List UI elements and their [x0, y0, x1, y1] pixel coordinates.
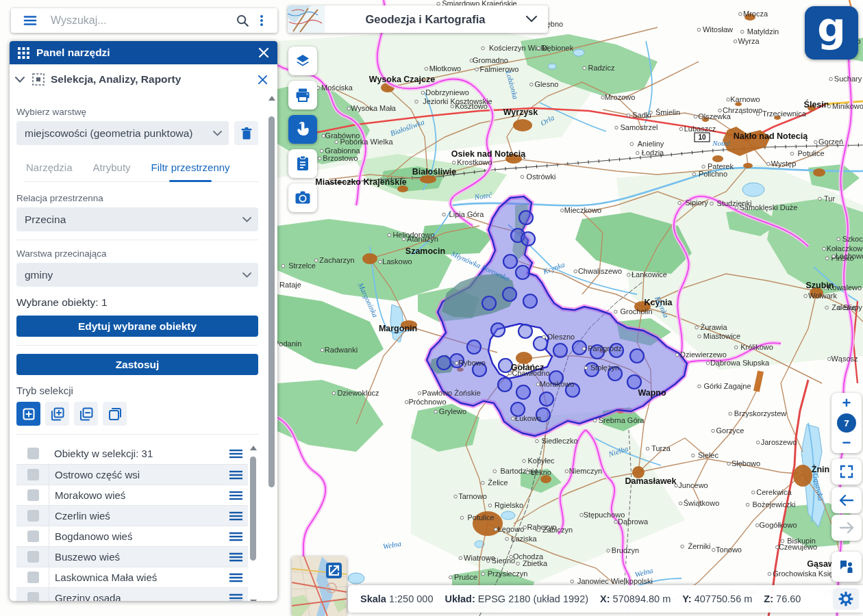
- selection-marker[interactable]: [521, 232, 535, 246]
- select-on-map-button[interactable]: [288, 115, 317, 144]
- list-item-label: Bogdanowo wieś: [55, 530, 229, 542]
- zoom-out-button[interactable]: −: [842, 437, 851, 449]
- row-menu-button[interactable]: [229, 552, 242, 562]
- zoom-in-button[interactable]: +: [842, 397, 851, 409]
- selection-marker[interactable]: [467, 340, 481, 354]
- clipboard-button[interactable]: [288, 149, 317, 178]
- map-label: Żurawia: [700, 323, 727, 331]
- row-menu-button[interactable]: [229, 511, 242, 521]
- intersect-layer-select[interactable]: gminy: [16, 263, 258, 287]
- map-label: Młotkowo: [429, 64, 461, 73]
- list-item[interactable]: Laskownica Mała wieś: [16, 567, 248, 588]
- list-item[interactable]: Buszewo wieś: [16, 547, 248, 567]
- map-label: Występ: [771, 159, 797, 168]
- selection-marker[interactable]: [523, 294, 537, 308]
- layers-icon: [295, 53, 311, 69]
- fullscreen-button[interactable]: [831, 459, 862, 485]
- row-menu-button[interactable]: [229, 470, 242, 480]
- select-add-button[interactable]: [45, 402, 69, 426]
- selection-marker[interactable]: [482, 296, 496, 310]
- select-subtract-button[interactable]: [74, 402, 98, 426]
- relation-select[interactable]: Przecina: [16, 207, 258, 231]
- select-new-button[interactable]: [16, 402, 40, 426]
- list-item[interactable]: Gręziny osada: [16, 588, 248, 601]
- map-label: Rybowo: [458, 359, 486, 367]
- selection-marker[interactable]: [503, 255, 517, 268]
- selection-marker[interactable]: [516, 385, 530, 399]
- map-label: Wąsosz: [831, 355, 858, 363]
- tab-narzedzia[interactable]: Narzędzia: [25, 156, 74, 181]
- edit-selected-button[interactable]: Edytuj wybrane obiekty: [16, 316, 258, 337]
- selection-marker[interactable]: [516, 266, 529, 279]
- selection-marker[interactable]: [627, 375, 641, 389]
- map-label: Wysoka Mała: [351, 104, 397, 112]
- screenshot-button[interactable]: [288, 183, 317, 212]
- selection-marker[interactable]: [518, 324, 532, 338]
- list-item[interactable]: Czerlin wieś: [16, 506, 248, 526]
- list-item[interactable]: Morakowo wieś: [16, 485, 248, 506]
- more-options-button[interactable]: [253, 11, 271, 30]
- map-label: Tur: [824, 194, 835, 203]
- row-checkbox[interactable]: [27, 489, 39, 501]
- menu-button[interactable]: [19, 10, 41, 31]
- map-label: Srebrna Góra: [599, 416, 645, 424]
- map-label: Margonin: [379, 324, 417, 333]
- copy-squares-icon: [108, 407, 122, 421]
- row-checkbox[interactable]: [27, 592, 39, 601]
- minimap[interactable]: [292, 556, 347, 616]
- list-item[interactable]: Ostrowo część wsi: [16, 465, 248, 485]
- cell-divider: [49, 588, 49, 601]
- map-label: Mościska: [321, 84, 353, 92]
- row-menu-button[interactable]: [229, 449, 242, 459]
- street-view-button[interactable]: [831, 552, 862, 582]
- selection-marker[interactable]: [534, 337, 547, 350]
- selection-marker[interactable]: [519, 211, 533, 224]
- map-label: Brzyskorzystew: [734, 409, 786, 418]
- delete-layer-button[interactable]: [234, 121, 258, 145]
- row-checkbox[interactable]: [27, 572, 39, 583]
- map-label: Sadki: [632, 111, 651, 119]
- list-item[interactable]: Bogdanowo wieś: [16, 526, 248, 547]
- tab-filtr-przestrzenny[interactable]: Filtr przestrzenny: [150, 156, 232, 181]
- selection-marker[interactable]: [553, 344, 567, 357]
- tab-atrybuty[interactable]: Atrybuty: [92, 156, 132, 181]
- search-button[interactable]: [232, 10, 253, 31]
- section-close-icon[interactable]: [258, 75, 268, 85]
- row-checkbox[interactable]: [27, 551, 39, 563]
- selection-marker[interactable]: [540, 392, 553, 406]
- panel-scrollbar[interactable]: [268, 96, 276, 597]
- map-label: Niemczyn: [569, 467, 602, 475]
- list-scrollbar[interactable]: [249, 446, 258, 601]
- map-label: Żelice: [488, 478, 508, 487]
- row-checkbox[interactable]: [27, 469, 39, 480]
- layer-select[interactable]: miejscowości (geometria punktowa): [16, 121, 229, 145]
- print-button[interactable]: [288, 81, 317, 110]
- row-menu-button[interactable]: [229, 532, 242, 541]
- history-forward-button[interactable]: [831, 515, 862, 541]
- cell-divider: [49, 547, 49, 567]
- selection-marker[interactable]: [491, 323, 505, 337]
- map-profile-select[interactable]: Geodezja i Kartografia: [288, 5, 548, 33]
- select-intersect-button[interactable]: [103, 402, 127, 426]
- search-input[interactable]: [51, 14, 232, 27]
- map-label: Zacharzyn: [319, 256, 354, 264]
- row-checkbox[interactable]: [27, 530, 39, 542]
- selection-marker[interactable]: [630, 349, 644, 363]
- settings-button[interactable]: [833, 588, 859, 610]
- selection-marker[interactable]: [437, 356, 451, 370]
- map-label: Królikowo: [740, 343, 773, 351]
- row-menu-button[interactable]: [229, 573, 242, 582]
- row-menu-button[interactable]: [229, 593, 242, 602]
- map-label: Sienno: [492, 556, 515, 565]
- selection-marker[interactable]: [498, 378, 512, 392]
- apply-button[interactable]: Zastosuj: [16, 354, 258, 375]
- chevron-down-icon[interactable]: [15, 77, 25, 83]
- history-back-button[interactable]: [831, 487, 862, 513]
- selection-marker[interactable]: [503, 287, 516, 301]
- row-checkbox[interactable]: [27, 510, 39, 522]
- row-menu-button[interactable]: [229, 491, 242, 500]
- geoportal-logo-button[interactable]: g: [805, 6, 858, 60]
- layers-button[interactable]: [288, 47, 317, 75]
- close-icon[interactable]: [258, 47, 269, 58]
- select-all-checkbox[interactable]: [27, 448, 39, 459]
